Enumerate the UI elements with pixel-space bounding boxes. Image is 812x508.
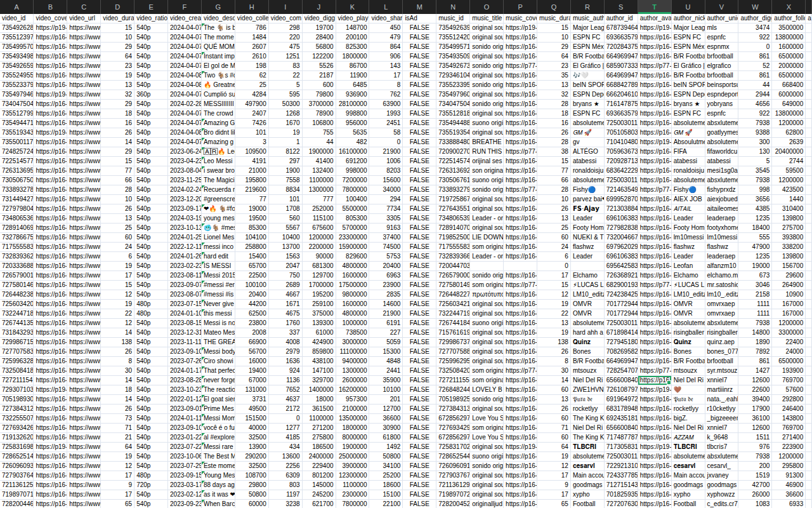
cell-M45[interactable]: FALSE (403, 433, 436, 443)
cell-G47[interactable]: The Best M (201, 452, 235, 462)
cell-C35[interactable]: https://www (67, 338, 101, 347)
cell-O17[interactable]: son origina (470, 166, 504, 176)
cell-B7[interactable]: https://p16- (34, 71, 67, 81)
cell-P6[interactable]: https://p77- (504, 62, 537, 71)
cell-A15[interactable]: 724825724 (0, 147, 34, 157)
cell-A39[interactable]: 727211154 (0, 376, 34, 385)
cell-W51[interactable]: 26000 (738, 490, 772, 500)
cell-W48[interactable]: 200 (738, 462, 772, 471)
cell-H24[interactable]: 104100 (235, 233, 268, 243)
cell-B18[interactable]: https://p16- (34, 176, 67, 185)
cell-T24[interactable]: https://p16- (638, 233, 671, 243)
cell-D37[interactable]: 8 (101, 357, 134, 366)
cell-I6[interactable]: 83 (268, 62, 302, 71)
cell-A41[interactable]: 705198930 (0, 395, 34, 404)
cell-H35[interactable]: 66900 (235, 338, 268, 347)
cell-N26[interactable]: 732839366 (436, 252, 470, 262)
cell-O22[interactable]: Leader - or (470, 214, 504, 224)
cell-M2[interactable]: FALSE (403, 23, 436, 33)
cell-P32[interactable]: https://p16- (504, 309, 537, 319)
cell-V12[interactable]: absxluteme (705, 119, 738, 128)
cell-O43[interactable]: Love You S (470, 414, 504, 424)
cell-S5[interactable]: 664969947 (604, 52, 638, 62)
cell-X42[interactable]: 246400 (772, 404, 806, 414)
cell-E32[interactable]: 480p (134, 309, 168, 319)
cell-F9[interactable]: 2024-04-07 (168, 90, 202, 100)
cell-V6[interactable]: elgrafico (705, 62, 738, 71)
cell-P23[interactable]: https://p16- (504, 224, 537, 233)
cell-R47[interactable]: absoluteme (570, 452, 604, 462)
cell-Q23[interactable]: 25 (537, 224, 571, 233)
cell-I12[interactable]: 1670 (268, 119, 302, 128)
cell-N14[interactable]: 733888480 (436, 138, 470, 147)
cell-M24[interactable]: FALSE (403, 233, 436, 243)
cell-K4[interactable]: 825300 (336, 43, 369, 52)
cell-P14[interactable]: https://p16- (504, 138, 537, 147)
field-video_play[interactable]: video_play (336, 14, 369, 23)
field-author_ava[interactable]: author_ava (638, 14, 671, 23)
cell-L44[interactable]: 30900 (369, 424, 403, 433)
field-video_id[interactable]: video_id (0, 14, 34, 23)
cell-I46[interactable]: 434 (268, 443, 302, 452)
cell-M41[interactable]: FALSE (403, 395, 436, 404)
cell-S9[interactable]: 666204610 (604, 90, 638, 100)
cell-V38[interactable]: syr.mtsouz (705, 366, 738, 376)
col-header-O[interactable]: O (470, 0, 504, 14)
cell-Q6[interactable]: 23 (537, 62, 571, 71)
cell-G4[interactable]: QUÉ MOM (201, 43, 235, 52)
cell-C31[interactable]: https://www (67, 300, 101, 309)
cell-I21[interactable]: 1708 (268, 204, 302, 214)
cell-D38[interactable]: 30 (101, 366, 134, 376)
field-video_dura[interactable]: video_dura (101, 14, 134, 23)
cell-M34[interactable]: FALSE (403, 328, 436, 338)
cell-S45[interactable]: 717487787 (604, 433, 638, 443)
cell-F5[interactable]: 2024-04-07 (168, 52, 202, 62)
cell-K38[interactable]: 1300000 (336, 366, 369, 376)
cell-R16[interactable]: atabessi (570, 157, 604, 166)
cell-U40[interactable]: 🤎 (671, 385, 705, 395)
cell-X28[interactable]: 29600 (772, 271, 806, 281)
field-video_crea[interactable]: video_crea (168, 14, 202, 23)
cell-W42[interactable]: 17900 (738, 404, 772, 414)
cell-N16[interactable]: 722514574 (436, 157, 470, 166)
cell-I26[interactable]: 1563 (268, 252, 302, 262)
col-header-R[interactable]: R (570, 0, 604, 14)
cell-E46[interactable]: 540p (134, 443, 168, 452)
col-header-H[interactable]: H (235, 0, 268, 14)
cell-M48[interactable]: FALSE (403, 462, 436, 471)
cell-N34[interactable]: 715761619 (436, 328, 470, 338)
cell-J33[interactable]: 139300 (302, 319, 336, 328)
cell-U30[interactable]: LM10_editz (671, 290, 705, 300)
cell-P18[interactable]: https://p16- (504, 176, 537, 185)
cell-H40[interactable]: 131000 (235, 385, 268, 395)
cell-U50[interactable]: goodmags (671, 481, 705, 490)
cell-C50[interactable]: https://www (67, 481, 101, 490)
cell-P16[interactable]: https://p16- (504, 157, 537, 166)
cell-I29[interactable]: 2689 (268, 281, 302, 290)
cell-J39[interactable]: 329700 (302, 376, 336, 385)
cell-B14[interactable]: https://p16- (34, 138, 67, 147)
cell-X38[interactable]: 193900 (772, 366, 806, 376)
col-header-I[interactable]: I (268, 0, 302, 14)
cell-V41[interactable]: nata._.eahh (705, 395, 738, 404)
cell-T46[interactable]: https://p19- (638, 443, 671, 452)
cell-B43[interactable]: https://p16- (34, 414, 67, 424)
cell-Q16[interactable]: 15 (537, 157, 571, 166)
cell-R32[interactable]: OMVR (570, 309, 604, 319)
cell-F23[interactable]: 2023-10-13 (168, 224, 202, 233)
cell-R49[interactable]: Main accou (570, 471, 604, 481)
cell-N47[interactable]: 728652544 (436, 452, 470, 462)
cell-H3[interactable]: 1484 (235, 33, 268, 43)
cell-P15[interactable]: https://p77- (504, 147, 537, 157)
cell-T33[interactable]: https://p16- (638, 319, 671, 328)
cell-V44[interactable]: xnniel7 (705, 424, 738, 433)
cell-P43[interactable]: https://p16- (504, 414, 537, 424)
cell-L27[interactable]: 20400 (369, 262, 403, 271)
cell-C27[interactable]: https://www (67, 262, 101, 271)
cell-V4[interactable]: espnmx (705, 43, 738, 52)
cell-D50[interactable]: 9 (101, 481, 134, 490)
cell-V14[interactable]: absoluteme (705, 138, 738, 147)
cell-V51[interactable]: xyphowzz (705, 490, 738, 500)
cell-I25[interactable]: 13700 (268, 243, 302, 252)
cell-P35[interactable]: https://p16- (504, 338, 537, 347)
